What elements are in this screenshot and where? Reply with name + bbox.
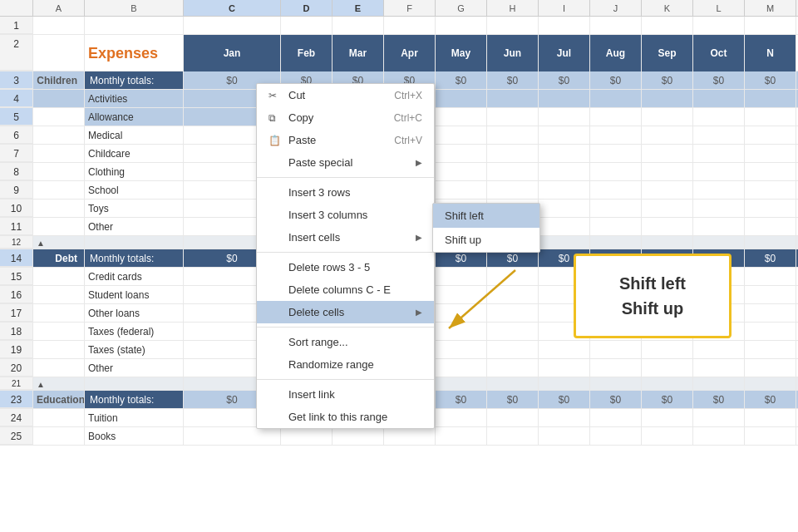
- expand-icon-12[interactable]: ▲: [37, 239, 45, 248]
- debt-other-aug[interactable]: [590, 359, 642, 377]
- childcare-cell[interactable]: Childcare: [85, 145, 184, 162]
- toys-sep[interactable]: [642, 200, 693, 217]
- activities-jun[interactable]: [487, 90, 539, 107]
- cell-1-h[interactable]: [436, 17, 487, 34]
- education-oct[interactable]: $0: [693, 391, 745, 408]
- children-other-oct[interactable]: [693, 218, 745, 235]
- menu-item-delete-cols[interactable]: Delete columns C - E: [257, 278, 434, 301]
- menu-item-insert-cells[interactable]: Insert cells: [257, 226, 434, 249]
- tuition-jul[interactable]: [539, 409, 590, 426]
- childcare-sep[interactable]: [642, 145, 693, 162]
- cell-21-m[interactable]: [693, 377, 745, 390]
- clothing-cell[interactable]: Clothing: [85, 163, 184, 180]
- toys-n[interactable]: [745, 200, 796, 217]
- cell-21-c[interactable]: [85, 377, 184, 390]
- cell-8-b[interactable]: [33, 163, 85, 180]
- clothing-sep[interactable]: [642, 163, 693, 180]
- cell-1-l[interactable]: [642, 17, 693, 34]
- books-oct[interactable]: [693, 427, 745, 445]
- menu-item-delete-cells[interactable]: Delete cells: [257, 301, 434, 323]
- education-jul[interactable]: $0: [539, 391, 590, 408]
- taxes-state-aug[interactable]: [590, 341, 642, 358]
- debt-other-cell[interactable]: Other: [85, 359, 184, 377]
- cell-21-l[interactable]: [642, 377, 693, 390]
- medical-jul[interactable]: [539, 126, 590, 144]
- education-sep[interactable]: $0: [642, 391, 693, 408]
- books-cell[interactable]: Books: [85, 427, 184, 445]
- cell-1-j[interactable]: [539, 17, 590, 34]
- toys-aug[interactable]: [590, 200, 642, 217]
- cell-12-m[interactable]: [693, 236, 745, 249]
- debt-other-n[interactable]: [745, 359, 796, 377]
- books-apr[interactable]: [384, 427, 436, 445]
- childcare-jul[interactable]: [539, 145, 590, 162]
- cell-12-k[interactable]: [590, 236, 642, 249]
- tuition-may[interactable]: [436, 409, 487, 426]
- menu-item-delete-rows[interactable]: Delete rows 3 - 5: [257, 256, 434, 278]
- medical-sep[interactable]: [642, 126, 693, 144]
- student-loans-may[interactable]: [436, 286, 487, 303]
- cell-2-b[interactable]: [33, 35, 85, 71]
- cell-18-b[interactable]: [33, 323, 85, 340]
- cell-11-b[interactable]: [33, 218, 85, 235]
- student-loans-jun[interactable]: [487, 286, 539, 303]
- debt-other-jun[interactable]: [487, 359, 539, 377]
- credit-cards-jun[interactable]: [487, 268, 539, 285]
- taxes-state-jul[interactable]: [539, 341, 590, 358]
- debt-n[interactable]: $0: [745, 249, 796, 267]
- taxes-federal-cell[interactable]: Taxes (federal): [85, 323, 184, 340]
- education-jun[interactable]: $0: [487, 391, 539, 408]
- children-may[interactable]: $0: [436, 71, 487, 89]
- cell-21-k[interactable]: [590, 377, 642, 390]
- submenu-shift-left[interactable]: Shift left: [433, 204, 539, 228]
- tuition-cell[interactable]: Tuition: [85, 409, 184, 426]
- clothing-n[interactable]: [745, 163, 796, 180]
- tuition-jun[interactable]: [487, 409, 539, 426]
- allowance-n[interactable]: [745, 108, 796, 126]
- cell-4-b[interactable]: [33, 90, 85, 107]
- other-loans-cell[interactable]: Other loans: [85, 304, 184, 322]
- debt-other-may[interactable]: [436, 359, 487, 377]
- medical-may[interactable]: [436, 126, 487, 144]
- toys-cell[interactable]: Toys: [85, 200, 184, 217]
- books-may[interactable]: [436, 427, 487, 445]
- taxes-state-oct[interactable]: [693, 341, 745, 358]
- credit-cards-may[interactable]: [436, 268, 487, 285]
- other-loans-may[interactable]: [436, 304, 487, 322]
- childcare-n[interactable]: [745, 145, 796, 162]
- activities-sep[interactable]: [642, 90, 693, 107]
- cell-12-j[interactable]: [539, 236, 590, 249]
- books-jan[interactable]: [184, 427, 281, 445]
- activities-oct[interactable]: [693, 90, 745, 107]
- cell-21-b[interactable]: ▲: [33, 377, 85, 390]
- books-mar[interactable]: [332, 427, 384, 445]
- taxes-federal-may[interactable]: [436, 323, 487, 340]
- cell-5-b[interactable]: [33, 108, 85, 126]
- cell-16-b[interactable]: [33, 286, 85, 303]
- allowance-jul[interactable]: [539, 108, 590, 126]
- submenu-shift-up[interactable]: Shift up: [433, 228, 539, 252]
- debt-other-sep[interactable]: [642, 359, 693, 377]
- cell-7-b[interactable]: [33, 145, 85, 162]
- clothing-jul[interactable]: [539, 163, 590, 180]
- children-other-jul[interactable]: [539, 218, 590, 235]
- school-oct[interactable]: [693, 181, 745, 199]
- medical-aug[interactable]: [590, 126, 642, 144]
- children-jul[interactable]: $0: [539, 71, 590, 89]
- cell-1-k[interactable]: [590, 17, 642, 34]
- activities-cell[interactable]: Activities: [85, 90, 184, 107]
- debt-other-jul[interactable]: [539, 359, 590, 377]
- allowance-sep[interactable]: [642, 108, 693, 126]
- taxes-state-jun[interactable]: [487, 341, 539, 358]
- childcare-jun[interactable]: [487, 145, 539, 162]
- school-cell[interactable]: School: [85, 181, 184, 199]
- childcare-may[interactable]: [436, 145, 487, 162]
- children-n[interactable]: $0: [745, 71, 796, 89]
- tuition-oct[interactable]: [693, 409, 745, 426]
- cell-24-b[interactable]: [33, 409, 85, 426]
- other-loans-jun[interactable]: [487, 304, 539, 322]
- menu-item-insert-cols[interactable]: Insert 3 columns: [257, 204, 434, 226]
- taxes-federal-n[interactable]: [745, 323, 796, 340]
- cell-1-g[interactable]: [384, 17, 436, 34]
- books-jun[interactable]: [487, 427, 539, 445]
